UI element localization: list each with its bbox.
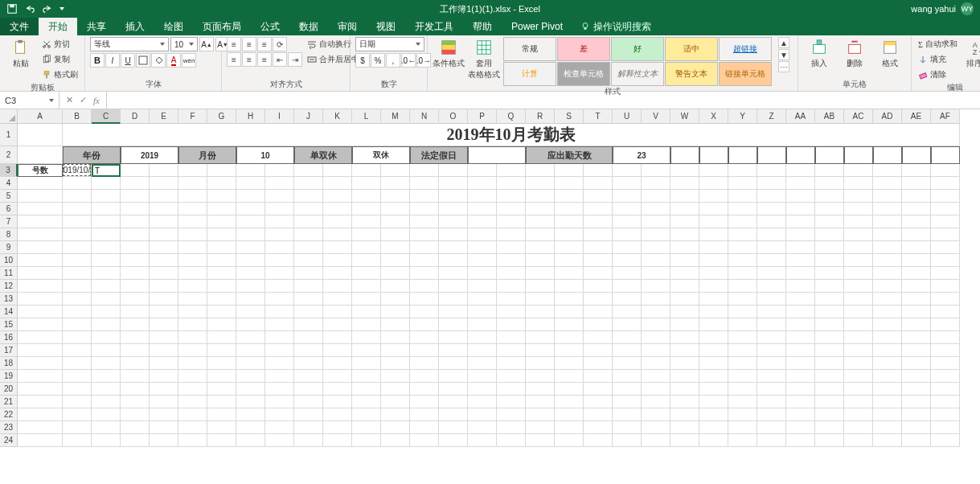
cell-AF11[interactable]: [931, 267, 960, 280]
cell-Z20[interactable]: [757, 383, 786, 396]
label-holiday[interactable]: 法定假日: [410, 146, 468, 164]
cell-K24[interactable]: [323, 434, 352, 447]
cell-J5[interactable]: [294, 190, 323, 203]
cell-Q21[interactable]: [497, 396, 526, 408]
tab-developer[interactable]: 开发工具: [405, 18, 463, 35]
align-right-button[interactable]: ≡: [257, 52, 272, 67]
cell-W18[interactable]: [670, 357, 699, 370]
cell-AF21[interactable]: [931, 396, 960, 408]
cell-AF10[interactable]: [931, 254, 960, 267]
cell-AE5[interactable]: [902, 190, 931, 203]
cell-V7[interactable]: [642, 215, 670, 228]
cell-AE11[interactable]: [902, 267, 931, 280]
cell-I22[interactable]: [265, 408, 294, 421]
cell-G5[interactable]: [207, 190, 236, 203]
cell-Z5[interactable]: [757, 190, 786, 203]
cell-I18[interactable]: [265, 357, 294, 370]
cell-M17[interactable]: [381, 344, 410, 357]
cell-AF18[interactable]: [931, 357, 960, 370]
cell-AC4[interactable]: [844, 177, 873, 190]
cell-S21[interactable]: [555, 396, 584, 408]
cell-Q7[interactable]: [497, 215, 526, 228]
cell-U23[interactable]: [613, 421, 642, 434]
cell-J11[interactable]: [294, 267, 323, 280]
column-header-N[interactable]: N: [410, 109, 439, 124]
cell-F8[interactable]: [178, 228, 207, 241]
cell-AC22[interactable]: [844, 408, 873, 421]
cell-Y17[interactable]: [728, 344, 757, 357]
column-header-Q[interactable]: Q: [497, 109, 526, 124]
cell-I7[interactable]: [265, 215, 294, 228]
tab-view[interactable]: 视图: [367, 18, 405, 35]
cell-Z9[interactable]: [757, 241, 786, 254]
cell-AF9[interactable]: [931, 241, 960, 254]
cell-N21[interactable]: [410, 396, 439, 408]
cell-H4[interactable]: [236, 177, 265, 190]
cell-D10[interactable]: [121, 254, 150, 267]
cell-A15[interactable]: [18, 318, 63, 331]
cell-E4[interactable]: [150, 177, 178, 190]
cell-AB20[interactable]: [815, 383, 844, 396]
cell-F4[interactable]: [178, 177, 207, 190]
cell-Y14[interactable]: [728, 306, 757, 318]
cell-A20[interactable]: [18, 383, 63, 396]
column-header-F[interactable]: F: [178, 109, 207, 124]
cell-S12[interactable]: [555, 280, 584, 293]
cell-Q11[interactable]: [497, 267, 526, 280]
cell-R13[interactable]: [526, 293, 555, 306]
cell-S14[interactable]: [555, 306, 584, 318]
cell-AD7[interactable]: [873, 215, 902, 228]
cell-U20[interactable]: [613, 383, 642, 396]
user-area[interactable]: wang yahui WY: [911, 2, 974, 15]
font-color-button[interactable]: A: [166, 53, 181, 68]
cell-W2[interactable]: [670, 146, 699, 164]
cell-AC5[interactable]: [844, 190, 873, 203]
cell-AA3[interactable]: [786, 164, 815, 177]
style-normal[interactable]: 常规: [503, 37, 556, 61]
align-left-button[interactable]: ≡: [227, 52, 241, 67]
cut-button[interactable]: 剪切: [40, 37, 80, 51]
cell-Y8[interactable]: [728, 228, 757, 241]
cell-K3[interactable]: [323, 164, 352, 177]
cell-AB22[interactable]: [815, 408, 844, 421]
cell-AF7[interactable]: [931, 215, 960, 228]
cell-G9[interactable]: [207, 241, 236, 254]
cell-L11[interactable]: [352, 267, 381, 280]
cell-M5[interactable]: [381, 190, 410, 203]
cell-H7[interactable]: [236, 215, 265, 228]
cell-X6[interactable]: [699, 203, 728, 215]
cell-K11[interactable]: [323, 267, 352, 280]
cell-S3[interactable]: [555, 164, 584, 177]
cell-J10[interactable]: [294, 254, 323, 267]
cell-N17[interactable]: [410, 344, 439, 357]
cell-AB10[interactable]: [815, 254, 844, 267]
cell-X23[interactable]: [699, 421, 728, 434]
cell-T21[interactable]: [584, 396, 613, 408]
cell-O3[interactable]: [439, 164, 468, 177]
cell-F20[interactable]: [178, 383, 207, 396]
cell-C4[interactable]: [92, 177, 121, 190]
cell-R17[interactable]: [526, 344, 555, 357]
cell-G22[interactable]: [207, 408, 236, 421]
cell-S4[interactable]: [555, 177, 584, 190]
column-header-AE[interactable]: AE: [902, 109, 931, 124]
cell-N8[interactable]: [410, 228, 439, 241]
cell-AF24[interactable]: [931, 434, 960, 447]
column-header-B[interactable]: B: [63, 109, 92, 124]
cell-W9[interactable]: [670, 241, 699, 254]
style-hyperlink[interactable]: 超链接: [719, 37, 772, 61]
cell-AB8[interactable]: [815, 228, 844, 241]
cell-AC2[interactable]: [844, 146, 873, 164]
cell-F11[interactable]: [178, 267, 207, 280]
cell-U15[interactable]: [613, 318, 642, 331]
cell-AB24[interactable]: [815, 434, 844, 447]
cell-T7[interactable]: [584, 215, 613, 228]
column-header-P[interactable]: P: [468, 109, 497, 124]
cell-W10[interactable]: [670, 254, 699, 267]
align-middle-button[interactable]: ≡: [242, 37, 256, 51]
cell-F9[interactable]: [178, 241, 207, 254]
cell-K23[interactable]: [323, 421, 352, 434]
cell-AC14[interactable]: [844, 306, 873, 318]
cell-A23[interactable]: [18, 421, 63, 434]
cell-AB5[interactable]: [815, 190, 844, 203]
